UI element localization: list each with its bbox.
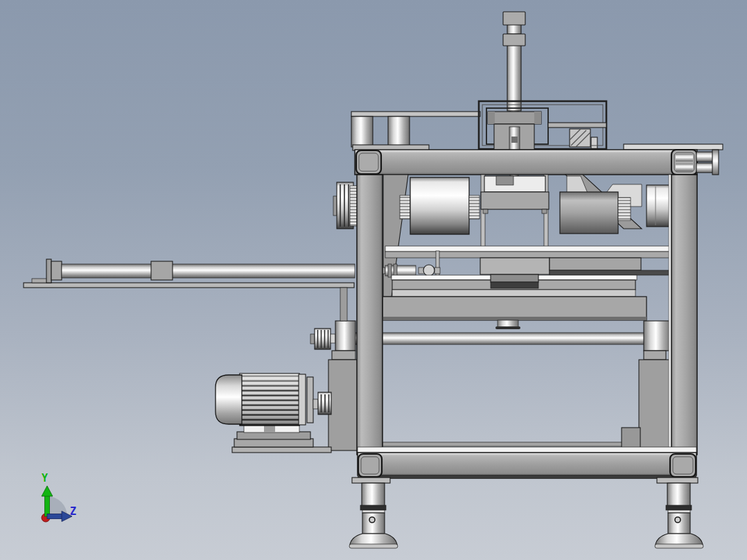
z-shaft bbox=[47, 514, 64, 519]
cad-viewport[interactable]: Y Z bbox=[0, 0, 747, 560]
y-arrowhead bbox=[42, 486, 53, 496]
orientation-triad[interactable]: Y Z bbox=[0, 0, 747, 560]
y-axis-label: Y bbox=[42, 472, 48, 484]
z-axis-label: Z bbox=[70, 505, 76, 518]
y-shaft bbox=[45, 494, 50, 516]
